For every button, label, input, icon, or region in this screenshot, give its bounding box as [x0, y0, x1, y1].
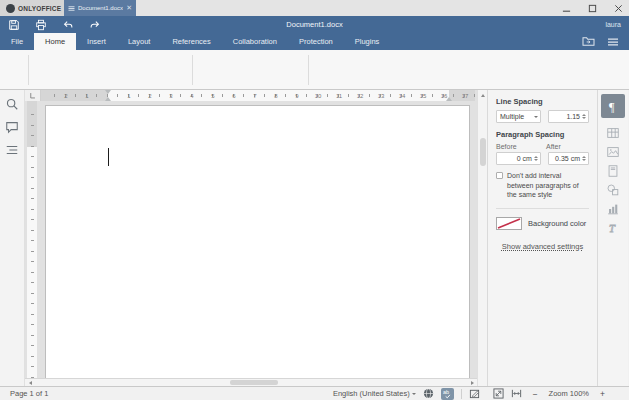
vertical-scroll-thumb[interactable] [480, 138, 486, 166]
menu-tab-home[interactable]: Home [34, 33, 76, 50]
open-file-location-button[interactable] [582, 36, 595, 47]
fit-to-width-button[interactable] [511, 388, 522, 399]
document-tab[interactable]: Document1.docx* ✕ [64, 0, 136, 16]
status-right-cluster: English (United States) ab − Zoom 100% + [333, 388, 629, 400]
undo-button[interactable] [61, 18, 75, 31]
print-button[interactable] [34, 18, 48, 31]
line-spacing-mode-combobox[interactable]: Multiple [496, 110, 541, 123]
menu-tab-insert[interactable]: Insert [76, 33, 117, 50]
table-settings-icon[interactable] [605, 127, 621, 139]
interval-checkbox[interactable] [496, 172, 503, 179]
header-bar: Document1.docx laura [0, 16, 629, 33]
spell-check-button[interactable]: ab [441, 388, 454, 400]
svg-text:T: T [609, 223, 616, 234]
redo-button[interactable] [88, 18, 102, 31]
ruler-number: 1 [84, 92, 89, 100]
ruler-number: 10 [314, 92, 323, 100]
chevron-down-icon [534, 116, 538, 120]
horizontal-scrollbar[interactable] [25, 378, 477, 386]
svg-text:ab: ab [443, 389, 449, 395]
main-area: 121234567891011121314151617 [0, 90, 629, 386]
background-color-label: Background color [528, 219, 586, 228]
scroll-up-arrow[interactable] [479, 91, 487, 98]
menu-tab-file[interactable]: File [0, 33, 34, 50]
menu-tab-plugins[interactable]: Plugins [344, 33, 391, 50]
paragraph-settings-panel: Line Spacing Multiple 1.15 Paragraph Spa… [487, 90, 597, 386]
menu-tab-layout[interactable]: Layout [117, 33, 162, 50]
brand-name: ONLYOFFICE [18, 5, 61, 12]
window-controls [561, 0, 629, 16]
tab-close-icon[interactable]: ✕ [126, 4, 132, 12]
onlyoffice-logo-icon [6, 4, 15, 13]
background-color-control[interactable]: Background color [496, 217, 589, 230]
user-name[interactable]: laura [605, 21, 629, 28]
window-titlebar: ONLYOFFICE Document1.docx* ✕ [0, 0, 629, 16]
navigation-icon[interactable] [5, 143, 19, 157]
search-icon[interactable] [5, 97, 19, 111]
textart-settings-icon[interactable]: T [605, 222, 621, 234]
right-indent-marker[interactable] [446, 94, 452, 101]
show-advanced-settings-link[interactable]: Show advanced settings [496, 242, 589, 251]
page-indicator[interactable]: Page 1 of 1 [0, 389, 48, 398]
zoom-in-button[interactable]: + [600, 389, 605, 399]
comments-icon[interactable] [5, 120, 19, 134]
left-indent-marker[interactable] [105, 94, 111, 101]
ruler-ticks [31, 105, 34, 378]
ruler-number: 8 [273, 92, 278, 100]
ruler-number: 14 [398, 92, 407, 100]
ruler-number: 11 [335, 92, 343, 100]
chevron-down-icon [412, 393, 416, 397]
tab-menu-icon [68, 5, 75, 12]
fit-to-page-button[interactable] [493, 388, 504, 399]
menu-right-actions [582, 33, 629, 50]
before-label: Before [496, 143, 539, 150]
language-selector[interactable]: English (United States) [333, 389, 416, 398]
ruler-number: 2 [63, 92, 68, 100]
spacing-before-spinner[interactable]: 0 cm [496, 152, 541, 165]
horizontal-scroll-thumb[interactable] [230, 380, 278, 385]
zoom-out-button[interactable]: − [533, 389, 538, 399]
chart-settings-icon[interactable] [605, 203, 621, 215]
ruler-number: 1 [126, 92, 131, 100]
background-color-swatch[interactable] [496, 217, 522, 230]
menu-tab-protection[interactable]: Protection [288, 33, 344, 50]
ruler-number: 12 [356, 92, 365, 100]
scroll-left-arrow[interactable] [25, 379, 33, 386]
spinner-arrows-icon[interactable] [582, 112, 586, 122]
shape-settings-icon[interactable] [605, 184, 621, 196]
ruler-number: 6 [231, 92, 236, 100]
image-settings-icon[interactable] [605, 146, 621, 158]
ruler-number: 3 [168, 92, 173, 100]
left-sidebar [0, 90, 25, 386]
document-canvas [25, 101, 477, 378]
horizontal-ruler[interactable]: 121234567891011121314151617 [41, 90, 475, 101]
menu-tab-references[interactable]: References [161, 33, 221, 50]
menu-tab-collaboration[interactable]: Collaboration [222, 33, 288, 50]
minimize-button[interactable] [561, 3, 571, 13]
app-brand: ONLYOFFICE [0, 0, 64, 16]
paragraph-settings-icon[interactable]: ¶ [601, 94, 625, 118]
close-button[interactable] [613, 3, 623, 13]
ruler-number: 2 [147, 92, 152, 100]
document-page[interactable] [45, 105, 470, 378]
line-spacing-value-spinner[interactable]: 1.15 [548, 110, 589, 123]
text-cursor [108, 148, 109, 166]
save-button[interactable] [7, 18, 21, 31]
vertical-scrollbar[interactable] [477, 90, 487, 386]
headerfooter-settings-icon[interactable] [605, 165, 621, 177]
status-bar: Page 1 of 1 English (United States) ab −… [0, 386, 629, 400]
vertical-ruler[interactable] [27, 101, 37, 378]
menu-tabs: FileHomeInsertLayoutReferencesCollaborat… [0, 33, 390, 50]
tab-stop-selector[interactable] [25, 90, 41, 101]
spinner-arrows-icon[interactable] [534, 154, 538, 164]
spinner-arrows-icon[interactable] [582, 154, 586, 164]
scroll-right-arrow[interactable] [469, 379, 477, 386]
document-tab-title: Document1.docx* [78, 5, 123, 11]
hamburger-menu-icon[interactable] [607, 37, 619, 47]
spacing-after-spinner[interactable]: 0.35 cm [548, 152, 589, 165]
set-language-globe-icon[interactable] [423, 388, 434, 399]
track-changes-button[interactable] [469, 388, 480, 399]
interval-checkbox-label: Don't add interval between paragraphs of… [507, 171, 589, 200]
zoom-level-label: Zoom 100% [549, 389, 589, 398]
maximize-button[interactable] [587, 3, 597, 13]
